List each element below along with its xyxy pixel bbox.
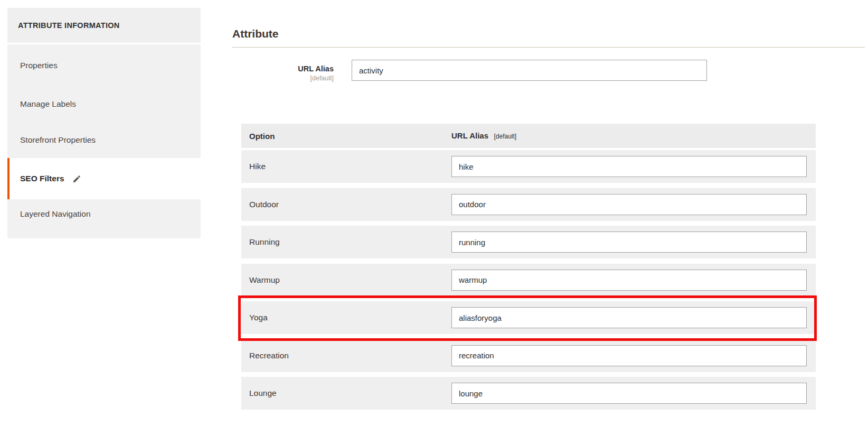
sidebar-item-seo-filters[interactable]: SEO Filters — [7, 158, 201, 199]
url-alias-field-label: URL Alias [default] — [222, 64, 334, 82]
option-url-alias-input[interactable] — [451, 270, 807, 291]
option-label: Running — [241, 237, 451, 247]
section-divider — [232, 47, 865, 48]
sidebar-item-manage-labels[interactable]: Manage Labels — [7, 86, 201, 122]
options-table: Option URL Alias [default] Hike Outdoor … — [241, 124, 816, 410]
table-row-running: Running — [241, 226, 816, 258]
url-alias-scope-note: [default] — [222, 75, 334, 82]
url-alias-column-header: URL Alias [default] — [451, 131, 516, 141]
table-row-hike: Hike — [241, 150, 816, 183]
edit-pencil-icon — [72, 174, 81, 183]
table-row-recreation: Recreation — [241, 339, 816, 372]
option-label: Recreation — [241, 351, 451, 360]
sidebar-items: Properties Manage Labels Storefront Prop… — [7, 44, 201, 238]
option-label: Hike — [241, 162, 451, 171]
option-url-alias-input[interactable] — [451, 383, 807, 404]
attribute-information-sidebar: ATTRIBUTE INFORMATION Properties Manage … — [7, 8, 201, 238]
sidebar-header: ATTRIBUTE INFORMATION — [7, 8, 201, 43]
url-alias-input[interactable] — [352, 60, 707, 81]
options-table-body: Hike Outdoor Running Warmup Yoga Recreat… — [241, 150, 816, 410]
option-column-header: Option — [241, 132, 451, 141]
sidebar-item-properties[interactable]: Properties — [7, 44, 201, 86]
option-url-alias-input[interactable] — [451, 194, 807, 215]
option-label: Outdoor — [241, 200, 451, 209]
option-url-alias-input[interactable] — [451, 232, 807, 253]
options-table-header: Option URL Alias [default] — [241, 124, 816, 148]
option-url-alias-input[interactable] — [451, 345, 807, 366]
option-label: Lounge — [241, 388, 451, 398]
url-alias-label: URL Alias — [222, 64, 334, 73]
sidebar-item-layered-navigation[interactable]: Layered Navigation — [7, 199, 201, 238]
option-label: Yoga — [241, 313, 451, 322]
option-url-alias-input[interactable] — [451, 307, 807, 328]
option-label: Warmup — [241, 275, 451, 285]
table-row-outdoor: Outdoor — [241, 188, 816, 221]
table-row-yoga: Yoga — [241, 301, 816, 334]
option-url-alias-input[interactable] — [451, 156, 807, 177]
table-row-lounge: Lounge — [241, 377, 816, 410]
url-alias-column-title: URL Alias — [451, 131, 488, 140]
table-row-warmup: Warmup — [241, 264, 816, 297]
attribute-edit-page: ATTRIBUTE INFORMATION Properties Manage … — [0, 0, 868, 435]
page-title: Attribute — [232, 26, 279, 41]
sidebar-item-storefront-properties[interactable]: Storefront Properties — [7, 122, 201, 158]
url-alias-column-scope: [default] — [494, 133, 516, 140]
